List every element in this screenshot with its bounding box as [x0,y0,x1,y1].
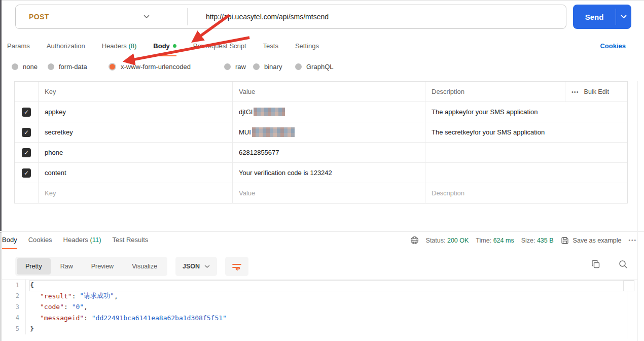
response-view-toolbar: Pretty Raw Preview Visualize JSON [15,257,248,276]
line-number: 5 [2,325,19,332]
check-icon: ✓ [24,109,29,116]
tab-pre-request-script[interactable]: Pre-request Script [193,42,246,55]
value-cell[interactable]: 62812855677 [232,143,425,162]
format-dropdown[interactable]: JSON [175,257,217,276]
view-tab-preview[interactable]: Preview [83,258,122,275]
send-options-button[interactable] [616,5,631,29]
json-key: "messageid" [40,314,84,322]
url-input[interactable]: http://api.ueasytel.com/api/sms/mtsend [188,5,566,28]
section-divider[interactable] [0,231,644,232]
check-icon: ✓ [24,149,29,156]
time-badge: Time: 624 ms [476,237,514,244]
time-label: Time: [476,237,491,244]
body-mode-form-data[interactable]: form-data [48,63,87,71]
radio-icon [224,63,231,70]
wrap-lines-button[interactable] [225,257,248,276]
right-scroll-track[interactable] [637,81,638,341]
key-cell[interactable]: secretkey [38,122,232,142]
method-label: POST [29,13,49,21]
response-tab-test-results[interactable]: Test Results [113,236,149,249]
save-as-example-button[interactable]: Save as example [561,236,622,245]
value-cell[interactable]: Your verification code is 123242 [232,163,425,183]
tab-authorization[interactable]: Authorization [47,42,85,55]
body-mode-label: GraphQL [306,63,333,71]
code-line: 5 } [2,323,637,334]
response-tab-cookies[interactable]: Cookies [28,236,52,249]
body-mode-raw[interactable]: raw [224,63,246,71]
response-body-viewer: 1 { 2 "result": "请求成功", 3 "code": "0", 4… [2,279,637,340]
value-cell[interactable]: MUI [232,122,425,142]
line-number: 1 [2,282,19,289]
status-badge: Status: 200 OK [426,237,469,244]
body-mode-binary[interactable]: binary [253,63,282,71]
redacted-value [254,108,285,116]
body-mode-label: binary [264,63,282,71]
bulk-edit-button[interactable]: ••• Bulk Edit [565,82,627,101]
size-badge: Size: 435 B [521,237,554,244]
row-checkbox[interactable]: ✓ [22,128,31,137]
description-cell[interactable]: The secretkeyfor your SMS application [425,122,627,142]
tab-headers[interactable]: Headers (8) [102,42,137,55]
format-label: JSON [183,263,200,270]
radio-selected-icon [109,63,116,71]
view-tab-raw[interactable]: Raw [52,258,82,275]
code-line: 4 "messageid": "dd22491bca6141ea8a62ba1d… [2,313,637,324]
response-headers-count-badge: (11) [90,236,101,244]
more-options-icon[interactable]: ••• [571,89,579,95]
response-body-tools [591,260,628,269]
row-checkbox[interactable]: ✓ [22,108,31,117]
method-selector[interactable]: POST [16,5,187,28]
table-row: ✓ phone 62812855677 [15,142,627,162]
json-colon: : [84,314,92,322]
search-icon[interactable] [619,260,628,269]
value-cell[interactable]: djtGI [232,102,425,122]
tab-settings[interactable]: Settings [295,42,319,55]
size-value: 435 B [537,237,554,244]
key-placeholder-cell[interactable]: Key [38,183,232,203]
tab-body[interactable]: Body [153,42,176,56]
network-globe-icon[interactable] [410,236,419,245]
value-placeholder-cell[interactable]: Value [232,183,425,203]
row-checkbox[interactable]: ✓ [22,168,31,178]
json-key: "result" [40,292,72,300]
size-label: Size: [521,237,535,244]
tab-params[interactable]: Params [7,42,30,55]
json-punctuation: { [30,281,34,289]
table-row: ✓ content Your verification code is 1232… [15,162,627,183]
status-label: Status: [426,237,446,244]
description-cell[interactable] [425,143,627,162]
json-comma: , [84,303,88,311]
view-tab-visualize[interactable]: Visualize [123,258,166,275]
code-line: 2 "result": "请求成功", [2,291,637,302]
urlencoded-params-table: Key Value Description ••• Bulk Edit ✓ ap… [14,81,628,203]
json-comma: , [114,292,118,300]
send-label: Send [573,5,616,29]
tab-tests[interactable]: Tests [263,42,278,55]
key-cell[interactable]: phone [38,143,232,162]
body-modified-dot-icon [173,44,176,48]
body-mode-x-www-form-urlencoded[interactable]: x-www-form-urlencoded [109,63,191,71]
key-cell[interactable]: content [38,163,232,183]
bulk-edit-label: Bulk Edit [584,88,609,95]
window-top-edge [0,0,644,1]
body-mode-none[interactable]: none [12,63,38,71]
copy-icon[interactable] [591,260,600,269]
body-mode-graphql[interactable]: GraphQL [295,63,333,71]
cookies-link[interactable]: Cookies [600,42,626,50]
response-tab-headers[interactable]: Headers (11) [63,236,101,249]
response-tab-body[interactable]: Body [2,236,17,249]
row-checkbox[interactable]: ✓ [22,148,31,157]
radio-icon [12,63,18,70]
tab-body-label: Body [153,42,170,50]
send-button[interactable]: Send [573,5,631,29]
code-scrollbar-thumb[interactable] [624,280,634,291]
key-cell[interactable]: appkey [38,102,232,122]
code-line: 3 "code": "0", [2,301,637,313]
response-more-options-icon[interactable]: ••• [628,237,637,243]
header-checkbox-cell [15,82,38,101]
description-cell[interactable]: The appkeyfor your SMS application [425,102,627,122]
json-colon: : [64,303,72,311]
description-cell[interactable] [425,163,627,183]
description-placeholder-cell[interactable]: Description [425,183,627,203]
view-tab-pretty[interactable]: Pretty [17,258,51,275]
